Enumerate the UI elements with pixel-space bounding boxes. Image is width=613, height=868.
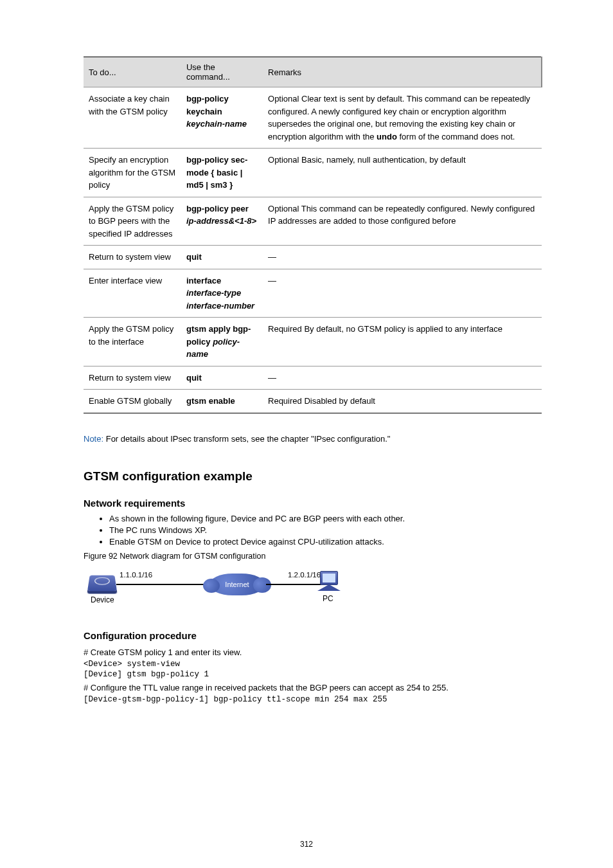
cell: Required By default, no GTSM policy is a… xyxy=(263,318,542,366)
note-block: Note: For details about IPsec transform … xyxy=(84,433,542,446)
table-row: Apply the GTSM policy to the interface g… xyxy=(84,318,542,366)
requirements-list: As shown in the following figure, Device… xyxy=(84,514,542,547)
col-header-command: Use the command... xyxy=(181,57,263,87)
table-row: Specify an encryption algorithm for the … xyxy=(84,149,542,197)
note-text: For details about IPsec transform sets, … xyxy=(103,434,390,444)
page-number: 312 xyxy=(300,840,313,849)
cell: Optional Basic, namely, null authenticat… xyxy=(263,149,542,197)
note-label: Note: xyxy=(84,434,103,444)
list-item: Enable GTSM on Device to protect Device … xyxy=(109,537,542,547)
cell: Enable GTSM globally xyxy=(84,390,181,413)
cell: Associate a key chain with the GTSM poli… xyxy=(84,87,181,149)
cell: Required Disabled by default xyxy=(263,390,542,413)
table-row: Return to system view quit — xyxy=(84,366,542,390)
link-line xyxy=(266,584,323,585)
cell: Optional This command can be repeatedly … xyxy=(263,197,542,246)
col-header-todo: To do... xyxy=(84,57,181,87)
cell: Return to system view xyxy=(84,246,181,269)
ip-label-right: 1.2.0.1/16 xyxy=(288,571,321,579)
code-line: <Device> system-view xyxy=(84,660,542,669)
internet-cloud-icon: Internet xyxy=(209,574,265,595)
cell: gtsm apply bgp-policy policy-name xyxy=(181,318,263,366)
cell: Apply the GTSM policy to BGP peers with … xyxy=(84,197,181,246)
pc-icon xyxy=(320,571,338,585)
link-line xyxy=(116,584,214,585)
figure-caption: Figure 92 Network diagram for GTSM confi… xyxy=(84,552,542,561)
cell: Enter interface view xyxy=(84,269,181,318)
network-diagram: Device 1.1.0.1/16 Internet 1.2.0.1/16 PC xyxy=(89,565,346,613)
cell: Return to system view xyxy=(84,366,181,390)
subsection-heading: Configuration procedure xyxy=(84,630,542,641)
section-heading: GTSM configuration example xyxy=(84,469,542,484)
list-item: As shown in the following figure, Device… xyxy=(109,514,542,523)
cell: quit xyxy=(181,366,263,390)
cell: Specify an encryption algorithm for the … xyxy=(84,149,181,197)
cell: — xyxy=(263,269,542,318)
pc-base-icon xyxy=(317,584,341,591)
device-label: Device xyxy=(91,595,114,604)
code-line: [Device] gtsm bgp-policy 1 xyxy=(84,670,542,679)
cell: bgp-policy peer ip-address&<1-8> xyxy=(181,197,263,246)
table-row: Return to system view quit — xyxy=(84,246,542,269)
cell: — xyxy=(263,366,542,390)
table-row: Enter interface view interface interface… xyxy=(84,269,542,318)
cell: quit xyxy=(181,246,263,269)
cell: interface interface-type interface-numbe… xyxy=(181,269,263,318)
table-row: Enable GTSM globally gtsm enable Require… xyxy=(84,390,542,413)
pc-label: PC xyxy=(323,594,333,603)
cell: Optional Clear text is sent by default. … xyxy=(263,87,542,149)
table-row: Associate a key chain with the GTSM poli… xyxy=(84,87,542,149)
config-table: To do... Use the command... Remarks Asso… xyxy=(84,57,542,413)
cell: Apply the GTSM policy to the interface xyxy=(84,318,181,366)
cell: gtsm enable xyxy=(181,390,263,413)
cell: — xyxy=(263,246,542,269)
subsection-heading: Network requirements xyxy=(84,498,542,509)
list-item: The PC runs Windows XP. xyxy=(109,525,542,535)
code-line: [Device-gtsm-bgp-policy-1] bgp-policy tt… xyxy=(84,695,542,704)
step-text: # Configure the TTL value range in recei… xyxy=(84,683,542,692)
table-row: Apply the GTSM policy to BGP peers with … xyxy=(84,197,542,246)
ip-label-left: 1.1.0.1/16 xyxy=(120,571,152,579)
cell: bgp-policy keychain keychain-name xyxy=(181,87,263,149)
step-text: # Create GTSM policy 1 and enter its vie… xyxy=(84,647,542,657)
col-header-remarks: Remarks xyxy=(263,57,542,87)
cell: bgp-policy sec-mode { basic | md5 | sm3 … xyxy=(181,149,263,197)
device-switch-icon xyxy=(87,575,117,591)
